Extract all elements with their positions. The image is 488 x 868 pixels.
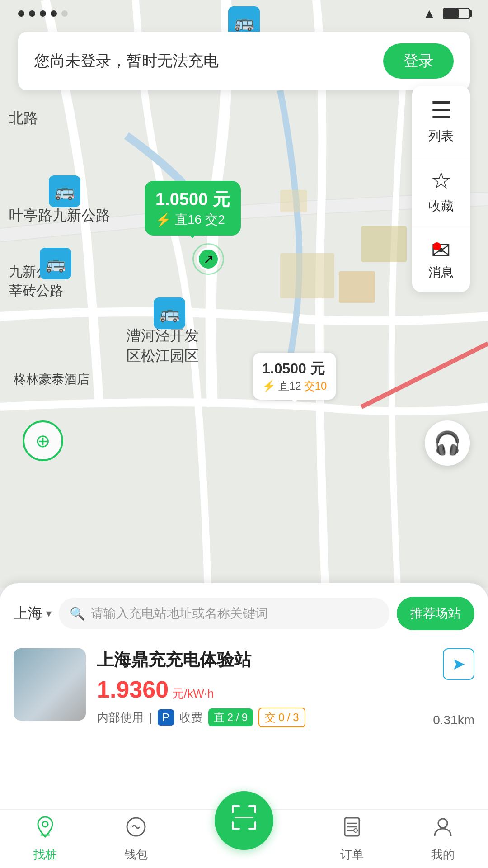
notification-text: 您尚未登录，暂时无法充电 <box>34 51 219 71</box>
white-bubble-price: 1.0500 元 <box>262 359 327 379</box>
mine-label: 我的 <box>431 847 455 863</box>
nav-mine[interactable]: 我的 <box>431 815 455 863</box>
city-selector[interactable]: 上海 ▾ <box>14 604 52 623</box>
notification-bar: 您尚未登录，暂时无法充电 登录 <box>18 32 470 90</box>
wallet-icon <box>124 815 148 844</box>
map-label-caohejing: 漕河泾开发区松江园区 <box>127 326 199 366</box>
message-badge <box>433 242 441 250</box>
station-price-unit: 元/kW·h <box>172 686 214 702</box>
svg-rect-1 <box>280 253 334 298</box>
nav-wallet[interactable]: 钱包 <box>124 815 148 863</box>
svg-rect-19 <box>232 821 234 830</box>
dc-charger-badge: 直 2/9 <box>208 708 253 726</box>
map-area[interactable]: ▲ 🚌 您尚未登录，暂时无法充电 登录 文化科技园 北路 叶亭路九新公路 九新公… <box>0 0 488 588</box>
fee-tag: 收费 <box>179 710 203 726</box>
signal-dots <box>18 10 68 17</box>
list-label: 列表 <box>428 127 454 145</box>
station-name: 上海鼎充充电体验站 <box>97 648 422 671</box>
station-image <box>14 648 86 721</box>
list-icon: ☰ <box>431 97 452 124</box>
station-distance: 0.31km <box>433 713 474 727</box>
search-box[interactable]: 🔍 请输入充电站地址或名称关键词 <box>59 598 389 629</box>
support-button[interactable]: 🎧 <box>425 420 470 466</box>
bottom-panel: 上海 ▾ 🔍 请输入充电站地址或名称关键词 推荐场站 上海鼎充充电体验站 1.9… <box>0 583 488 809</box>
crosshair-icon: ⊕ <box>35 430 51 451</box>
find-pile-icon <box>33 815 57 844</box>
station-right: ➤ 0.31km <box>433 648 474 727</box>
white-bubble-sub: ⚡ 直12 交10 <box>262 379 327 393</box>
price-marker-green[interactable]: 1.0500 元 ⚡ 直16 交2 <box>145 181 241 236</box>
internal-tag: 内部使用 <box>97 710 144 726</box>
location-dot: ↗ <box>197 248 220 270</box>
orders-label: 订单 <box>340 847 364 863</box>
search-row: 上海 ▾ 🔍 请输入充电站地址或名称关键词 推荐场站 <box>14 583 474 639</box>
message-icon: ✉ <box>431 237 451 264</box>
map-label-yeting: 叶亭路九新公路 <box>9 206 110 226</box>
city-chevron-icon: ▾ <box>46 607 52 620</box>
battery-icon <box>443 8 470 19</box>
svg-point-12 <box>354 829 357 832</box>
bus-stop-3: 🚌 <box>154 297 185 329</box>
station-card[interactable]: 上海鼎充充电体验站 1.9360 元/kW·h 内部使用 | P 收费 直 2/… <box>14 639 474 736</box>
wallet-label: 钱包 <box>124 847 148 863</box>
parking-tag: P <box>158 709 174 726</box>
recommend-button[interactable]: 推荐场站 <box>397 597 474 630</box>
favorite-label: 收藏 <box>428 198 454 215</box>
message-label: 消息 <box>428 264 454 281</box>
green-bubble-price: 1.0500 元 <box>155 188 230 211</box>
search-placeholder: 请输入充电站地址或名称关键词 <box>91 605 268 622</box>
svg-point-5 <box>42 821 48 827</box>
svg-rect-17 <box>254 805 256 813</box>
station-price: 1.9360 <box>97 676 169 703</box>
svg-rect-15 <box>232 805 234 813</box>
price-marker-white[interactable]: 1.0500 元 ⚡ 直12 交10 <box>253 353 336 400</box>
svg-rect-2 <box>339 271 375 303</box>
navigate-arrow-icon: ➤ <box>452 655 465 674</box>
svg-point-13 <box>438 819 447 828</box>
location-crosshair[interactable]: ⊕ <box>23 420 63 461</box>
favorite-button[interactable]: ☆ 收藏 <box>412 156 470 226</box>
station-price-row: 1.9360 元/kW·h <box>97 676 422 703</box>
svg-rect-22 <box>235 817 253 818</box>
city-name: 上海 <box>14 604 42 623</box>
star-icon: ☆ <box>431 167 452 194</box>
message-icon-wrap: ✉ <box>431 237 451 264</box>
scan-icon <box>228 802 260 840</box>
svg-rect-4 <box>280 190 307 212</box>
scan-button[interactable] <box>215 791 273 850</box>
svg-rect-3 <box>361 226 407 262</box>
list-view-button[interactable]: ☰ 列表 <box>412 86 470 156</box>
login-button[interactable]: 登录 <box>383 43 454 79</box>
orders-icon <box>340 815 364 844</box>
status-right: ▲ <box>423 6 470 21</box>
search-icon: 🔍 <box>70 606 85 621</box>
mine-icon <box>431 815 455 844</box>
bus-stop-1: 🚌 <box>49 175 80 207</box>
navigate-button[interactable]: ➤ <box>443 648 474 680</box>
map-label-hotel: 柊林豪泰酒店 <box>14 371 89 388</box>
nav-orders[interactable]: 订单 <box>340 815 364 863</box>
bus-stop-2: 🚌 <box>40 248 71 279</box>
map-label-north: 北路 <box>9 108 38 128</box>
station-info: 上海鼎充充电体验站 1.9360 元/kW·h 内部使用 | P 收费 直 2/… <box>97 648 422 727</box>
nav-find-pile[interactable]: 找桩 <box>33 815 57 863</box>
headset-icon: 🎧 <box>433 430 461 456</box>
ac-charger-badge: 交 0/3 <box>258 708 305 727</box>
wifi-icon: ▲ <box>423 6 436 21</box>
find-pile-label: 找桩 <box>33 847 57 863</box>
station-tags: 内部使用 | P 收费 直 2/9 交 0/3 <box>97 708 422 727</box>
right-panel: ☰ 列表 ☆ 收藏 ✉ 消息 <box>412 86 470 292</box>
green-bubble-sub: ⚡ 直16 交2 <box>155 211 230 228</box>
svg-rect-21 <box>254 821 256 830</box>
message-button[interactable]: ✉ 消息 <box>412 226 470 292</box>
